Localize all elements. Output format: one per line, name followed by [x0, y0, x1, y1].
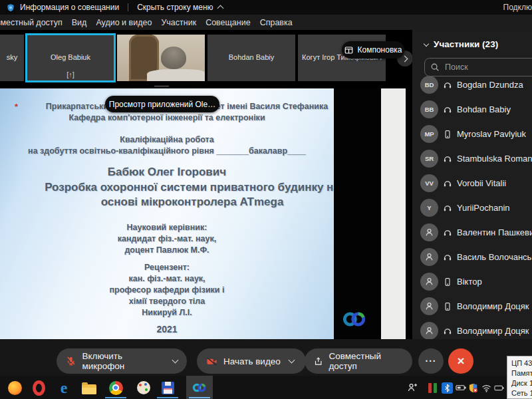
slide-title: Розробка охоронної системи приватного бу…	[0, 180, 334, 209]
menu-item-share[interactable]: вместный доступ	[0, 18, 63, 27]
menu-bar: вместный доступ Вид Аудио и видео Участн…	[0, 15, 532, 30]
headset-icon	[443, 327, 452, 336]
battery-tray-icon[interactable]	[493, 382, 505, 394]
participant-name: Stambulska Romann	[457, 154, 532, 164]
webex-icon	[192, 382, 207, 394]
sharing-indicator-icon: [↑]	[27, 70, 114, 78]
video-thumbnail-webcam[interactable]	[117, 35, 205, 81]
battery-plug-tray-icon[interactable]	[455, 382, 467, 394]
participant-name-label: Bohdan Babiy	[207, 53, 295, 61]
shared-presentation-slide: * Прикарпатський національний університе…	[0, 88, 334, 339]
participant-row[interactable]: Валентин Пашкевич	[412, 220, 532, 245]
participant-row[interactable]: YYuriiPochanin	[412, 196, 532, 220]
participant-name: Bohdan Babiy	[457, 104, 511, 114]
headset-icon	[443, 228, 452, 237]
unmute-button-label: Включить микрофон	[82, 351, 164, 371]
participant-row[interactable]: Володимир Доцяк	[412, 319, 532, 341]
perf-network-line: Сеть 1	[511, 388, 532, 398]
participant-row[interactable]: Володимир Доцяк	[412, 294, 532, 319]
participant-name: Vorobii Vitalii	[457, 178, 506, 188]
defender-shield-tray-icon[interactable]	[467, 382, 479, 394]
slide-reviewer-degree: кан. фіз.-мат. наук,	[0, 274, 334, 283]
mic-options-chevron-icon[interactable]	[172, 357, 179, 364]
opera-icon[interactable]	[31, 380, 47, 396]
mobile-phone-icon	[443, 302, 452, 311]
menu-item-help[interactable]: Справка	[260, 18, 293, 27]
connect-status-label: Подключ	[503, 3, 532, 12]
perf-memory-line: Памят	[511, 368, 532, 378]
chevron-up-icon	[217, 5, 223, 12]
chevron-down-icon	[424, 41, 429, 46]
person-avatar-icon	[424, 301, 434, 311]
webex-active-indicator	[189, 397, 210, 398]
participant-row[interactable]: BDBogdan Dzundza	[412, 72, 532, 97]
wifi-tray-icon[interactable]	[480, 382, 492, 394]
participants-panel-header[interactable]: Участники (23)	[419, 39, 498, 49]
participant-name: Myroslav Pavlyiuk	[457, 129, 526, 139]
camera-off-icon	[206, 356, 217, 366]
edge-icon[interactable]: e	[56, 380, 72, 396]
slide-supervisor-name: доцент Павлюк М.Ф.	[0, 245, 334, 255]
layout-button[interactable]: Компоновка	[342, 41, 404, 59]
participant-name-label: Oleg Babiuk	[27, 53, 114, 61]
chrome-active-indicator	[105, 397, 126, 398]
app-view-tooltip: Просмотр приложений Ole…	[105, 96, 219, 112]
mic-muted-icon	[66, 356, 76, 366]
more-options-button[interactable]: ···	[418, 348, 444, 374]
video-thumbnail-partial[interactable]: sky	[0, 35, 24, 81]
add-person-tray-icon[interactable]	[406, 382, 418, 394]
performance-monitor-tooltip: ЦП 43 Памят Диск 1 Сеть 1	[507, 356, 532, 399]
search-icon	[430, 63, 440, 72]
participant-row[interactable]: Віктор	[412, 269, 532, 294]
video-thumbnail-bohdan-babiy[interactable]: Bohdan Babiy	[207, 35, 295, 81]
participant-row[interactable]: BBBohdan Babiy	[412, 97, 532, 122]
unmute-button[interactable]: Включить микрофон	[57, 348, 187, 374]
slide-author: Бабюк Олег Ігорович	[0, 166, 334, 179]
search-input[interactable]	[444, 62, 519, 72]
floppy-app-active-indicator	[157, 397, 178, 398]
file-explorer-icon[interactable]	[81, 380, 97, 396]
perf-cpu-line: ЦП 43	[511, 358, 532, 368]
share-content-button-label: Совместный доступ	[329, 351, 403, 371]
participant-avatar-initials: SR	[420, 150, 438, 168]
meeting-info-icon	[7, 3, 15, 12]
stage-letterbox	[334, 88, 381, 339]
menu-item-meeting[interactable]: Совещание	[205, 18, 251, 27]
participant-avatar-initials: BD	[420, 76, 438, 94]
slide-work-type-line: Кваліфікаційна робота	[0, 135, 334, 144]
menu-item-view[interactable]: Вид	[72, 18, 87, 27]
participant-row[interactable]: MPMyroslav Pavlyiuk	[412, 122, 532, 146]
start-video-button[interactable]: Начать видео	[197, 348, 306, 374]
layout-grid-icon	[344, 46, 353, 55]
menu-item-audio-video[interactable]: Аудио и видео	[96, 18, 152, 27]
participant-name: YuriiPochanin	[457, 203, 510, 213]
paint-icon[interactable]	[136, 380, 152, 396]
participant-row[interactable]: VVVorobii Vitalii	[412, 171, 532, 196]
participant-name: Володимир Доцяк	[457, 301, 529, 311]
slide-reviewer-name: Никируй Л.І.	[0, 308, 334, 317]
leave-meeting-button[interactable]: ×	[448, 348, 473, 374]
participants-count-label: Участники (23)	[434, 39, 498, 49]
participant-row[interactable]: Василь Волочанськ	[412, 245, 532, 269]
layout-button-label: Компоновка	[358, 45, 402, 55]
participant-row[interactable]: SRStambulska Romann	[412, 146, 532, 171]
participant-avatar-initials: VV	[420, 174, 438, 192]
bluetooth-tray-icon[interactable]	[441, 382, 453, 394]
slide-supervisor-label: Науковий керівник:	[0, 223, 334, 232]
mobile-phone-icon	[443, 130, 452, 139]
floppy-app-icon[interactable]	[160, 380, 176, 396]
chrome-icon[interactable]	[108, 380, 124, 396]
webex-taskbar-tile[interactable]	[186, 376, 213, 399]
slide-reviewer-label: Рецензент:	[0, 263, 334, 272]
meeting-info-button[interactable]: Информация о совещании	[20, 3, 119, 12]
hide-menu-button[interactable]: Скрыть строку меню	[137, 3, 213, 12]
slide-supervisor-degree: кандидат фіз.-мат. наук,	[0, 234, 334, 243]
firefox-icon[interactable]	[7, 380, 23, 396]
headset-icon	[443, 80, 452, 90]
share-content-button[interactable]: Совместный доступ	[305, 348, 412, 374]
video-thumbnail-oleg-babiuk[interactable]: Oleg Babiuk [↑]	[27, 35, 114, 81]
video-options-chevron-icon[interactable]	[288, 357, 295, 364]
usage-bars-tray-icon[interactable]	[426, 382, 438, 394]
participant-avatar	[420, 223, 438, 241]
menu-item-participant[interactable]: Участник	[161, 18, 196, 27]
